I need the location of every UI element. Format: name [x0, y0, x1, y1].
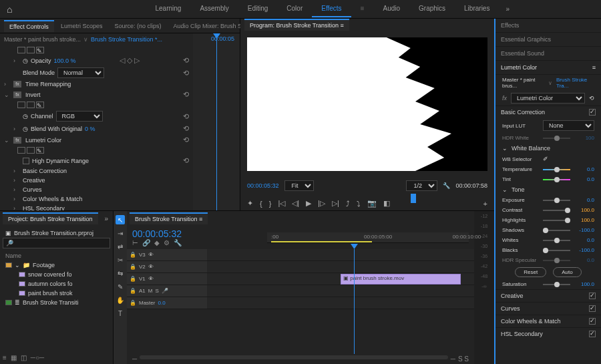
folder-row[interactable]: ⌄📁Footage: [3, 260, 110, 270]
ec-playhead[interactable]: [216, 33, 217, 210]
lock-icon[interactable]: 🔒: [130, 252, 136, 258]
section-toggle-checkbox[interactable]: [589, 318, 596, 325]
mask-pen-icon[interactable]: ✎: [36, 102, 44, 108]
ws-audio[interactable]: Audio: [373, 1, 409, 17]
timeline-timecode[interactable]: 00:00:05:32: [132, 228, 182, 239]
twirl-icon[interactable]: ›: [13, 186, 20, 193]
lumetri-fx-select[interactable]: Lumetri Color: [511, 93, 585, 104]
tab-timeline[interactable]: Brush Stroke Transition ≡: [130, 212, 208, 224]
reset-icon[interactable]: ⟲: [183, 112, 189, 121]
program-frame[interactable]: [247, 37, 487, 171]
lock-icon[interactable]: 🔒: [130, 288, 136, 294]
lum-creative-label[interactable]: Creative: [23, 177, 45, 184]
fx-badge-icon[interactable]: fx: [13, 137, 21, 144]
tint-slider[interactable]: [543, 179, 570, 180]
hdr-checkbox[interactable]: [23, 158, 29, 164]
comparison-icon[interactable]: ◧: [383, 199, 390, 208]
tint-value[interactable]: 0.0: [574, 176, 594, 182]
linked-selection-icon[interactable]: 🔗: [142, 239, 150, 246]
master-value[interactable]: 0.0: [158, 300, 165, 306]
workspace-overflow-icon[interactable]: »: [506, 5, 510, 13]
lum-curves[interactable]: Curves: [495, 302, 601, 315]
twirl-icon[interactable]: ›: [13, 177, 20, 184]
temperature-value[interactable]: 0.0: [574, 166, 594, 172]
whites-value[interactable]: 0.0: [574, 237, 594, 243]
button-editor-icon[interactable]: +: [483, 200, 487, 208]
ws-effects-menu-icon[interactable]: ≡: [351, 1, 374, 17]
section-toggle-checkbox[interactable]: [589, 293, 596, 299]
channel-select[interactable]: RGB: [56, 111, 103, 122]
toggle-output-icon[interactable]: 👁: [148, 276, 154, 282]
reset-icon[interactable]: ⟲: [183, 56, 189, 65]
lum-seq-link[interactable]: Brush Stroke Tra...: [556, 77, 594, 89]
play-icon[interactable]: ▶: [306, 199, 311, 208]
fx-badge-icon[interactable]: fx: [13, 81, 21, 87]
tab-source[interactable]: Source: (no clips): [109, 21, 166, 31]
fit-select[interactable]: Fit: [284, 180, 314, 191]
saturation-value[interactable]: 100.0: [574, 281, 594, 287]
twirl-icon[interactable]: ›: [4, 81, 11, 87]
clip-item[interactable]: paint brush strok: [3, 289, 110, 298]
work-area-bar[interactable]: [271, 241, 372, 242]
lock-icon[interactable]: 🔒: [130, 300, 136, 306]
track-select-tool-icon[interactable]: ⇥: [116, 228, 125, 238]
lum-wheels-label[interactable]: Color Wheels & Match: [23, 196, 83, 202]
blend-orig-value[interactable]: 0 %: [85, 126, 95, 132]
timeline-clip[interactable]: ▣ paint brush stroke.mov: [341, 274, 461, 285]
contrast-value[interactable]: 100.0: [574, 207, 594, 213]
toggle-output-icon[interactable]: 👁: [148, 252, 154, 258]
lum-basic-label[interactable]: Basic Correction: [23, 168, 67, 174]
clip-item[interactable]: snow covered fo: [3, 270, 110, 279]
shadows-value[interactable]: -100.0: [574, 227, 594, 233]
mask-pen-icon[interactable]: ✎: [36, 47, 44, 53]
highlights-slider[interactable]: [543, 220, 570, 221]
timeline-playhead[interactable]: [354, 249, 355, 354]
lift-icon[interactable]: ⤴: [346, 200, 350, 208]
keyframe-nav-icon[interactable]: ◁ ◇ ▷: [120, 56, 140, 65]
step-back-icon[interactable]: ◁|: [292, 199, 299, 208]
project-search-input[interactable]: [3, 238, 110, 248]
program-current-tc[interactable]: 00:00:05:32: [247, 182, 279, 189]
highlights-value[interactable]: 100.0: [574, 217, 594, 223]
panel-overflow-icon[interactable]: »: [105, 215, 109, 222]
add-marker-icon[interactable]: ✦: [247, 199, 253, 208]
reset-icon[interactable]: ⟲: [183, 90, 189, 99]
pen-tool-icon[interactable]: ✎: [116, 282, 125, 291]
ws-graphics[interactable]: Graphics: [409, 1, 455, 17]
mask-ellipse-icon[interactable]: [17, 102, 25, 108]
lock-icon[interactable]: 🔒: [130, 276, 136, 282]
toggle-output-icon[interactable]: 👁: [148, 264, 154, 270]
twirl-icon[interactable]: ⌄: [15, 262, 20, 268]
saturation-slider[interactable]: [543, 284, 570, 285]
track-label[interactable]: V2: [139, 264, 146, 270]
timeline-zoom-slider[interactable]: [140, 355, 448, 359]
type-tool-icon[interactable]: T: [116, 309, 125, 318]
ws-color[interactable]: Color: [277, 1, 312, 17]
twirl-icon[interactable]: ›: [13, 126, 20, 132]
section-toggle-checkbox[interactable]: [589, 331, 596, 337]
tab-lumetri-scopes[interactable]: Lumetri Scopes: [55, 21, 108, 31]
temperature-slider[interactable]: [543, 169, 570, 170]
twirl-icon[interactable]: ›: [13, 205, 20, 210]
blendmode-select[interactable]: Normal: [57, 67, 104, 78]
tab-effect-controls[interactable]: Effect Controls: [4, 20, 54, 32]
snap-icon[interactable]: ⊢: [132, 239, 138, 246]
lum-creative[interactable]: Creative: [495, 289, 601, 302]
mic-icon[interactable]: 🎤: [162, 288, 168, 294]
hand-tool-icon[interactable]: ✋: [116, 295, 125, 305]
clip-item[interactable]: autumn colors fo: [3, 279, 110, 289]
blacks-value[interactable]: -100.0: [574, 247, 594, 253]
ripple-edit-tool-icon[interactable]: ⇄: [116, 242, 125, 251]
ws-assembly[interactable]: Assembly: [190, 1, 238, 17]
exposure-slider[interactable]: [543, 200, 570, 201]
opacity-value[interactable]: 100.0 %: [54, 57, 76, 64]
zoom-out-icon[interactable]: ─: [132, 355, 137, 363]
mask-pen-icon[interactable]: ✎: [36, 147, 44, 154]
twirl-icon[interactable]: ›: [13, 196, 20, 202]
go-to-in-icon[interactable]: |◁: [278, 199, 285, 208]
mark-out-icon[interactable]: }: [269, 200, 272, 208]
track-label[interactable]: Master: [139, 300, 155, 306]
mark-in-icon[interactable]: {: [260, 200, 262, 208]
reset-icon[interactable]: ⟲: [183, 69, 189, 77]
wrench-icon[interactable]: 🔧: [443, 182, 450, 189]
